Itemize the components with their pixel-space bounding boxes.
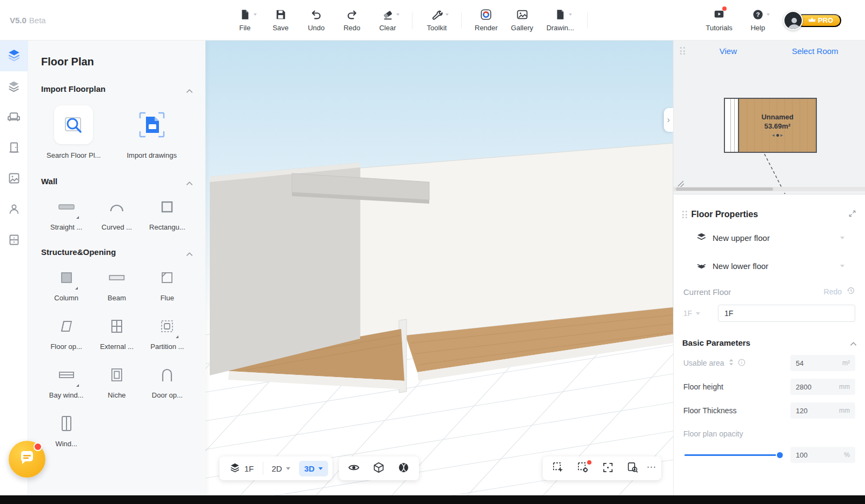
section-header-structure[interactable]: Structure&Opening bbox=[41, 247, 192, 257]
material-sphere-button[interactable] bbox=[393, 459, 415, 478]
3d-viewport[interactable]: › 1F 2D 3D ⋯ bbox=[205, 41, 673, 504]
page-title: Floor Plan bbox=[41, 56, 192, 68]
fullscreen-button[interactable] bbox=[597, 459, 618, 478]
module-rail bbox=[0, 41, 28, 504]
rail-item-levels[interactable] bbox=[0, 71, 28, 102]
new-upper-floor-button[interactable]: New upper floor bbox=[682, 228, 856, 247]
door-icon bbox=[8, 141, 21, 156]
opacity-slider-thumb[interactable] bbox=[777, 452, 783, 458]
support-chat-button[interactable] bbox=[9, 441, 45, 478]
redo-icon bbox=[345, 9, 358, 22]
selection-settings-button[interactable] bbox=[572, 459, 594, 478]
rail-item-profile[interactable] bbox=[0, 194, 28, 225]
rail-item-decor[interactable] bbox=[0, 164, 28, 194]
mode-3d-button[interactable]: 3D bbox=[299, 461, 328, 476]
sort-updown-icon[interactable] bbox=[728, 359, 734, 367]
sofa-icon bbox=[7, 110, 21, 125]
zoom-to-page-button[interactable] bbox=[622, 459, 643, 478]
structure-bay-window-item[interactable]: Bay wind... bbox=[41, 365, 91, 399]
section-header-wall[interactable]: Wall bbox=[41, 177, 192, 186]
door-opening-icon bbox=[161, 365, 174, 385]
structure-flue-item[interactable]: Flue bbox=[142, 267, 192, 302]
chat-bubble-icon bbox=[18, 449, 36, 469]
info-icon[interactable] bbox=[738, 359, 746, 368]
floor-height-field: mm bbox=[790, 379, 855, 395]
save-icon bbox=[275, 9, 287, 22]
opacity-slider[interactable] bbox=[684, 454, 782, 456]
file-button[interactable]: File bbox=[234, 9, 256, 32]
curved-wall-icon bbox=[109, 197, 124, 217]
rail-item-door[interactable] bbox=[0, 133, 28, 164]
structure-column-item[interactable]: Column bbox=[41, 267, 91, 302]
chevron-down-icon bbox=[254, 14, 257, 16]
structure-partition-item[interactable]: Partition ... bbox=[142, 316, 192, 351]
rail-item-storage[interactable] bbox=[0, 225, 28, 256]
section-header-import-floorplan[interactable]: Import Floorplan bbox=[41, 84, 192, 93]
search-floorplan-card[interactable]: Search Floor Pl... bbox=[46, 105, 101, 159]
notification-dot bbox=[34, 442, 42, 451]
submenu-corner-icon bbox=[76, 216, 79, 219]
drag-handle-icon[interactable] bbox=[682, 211, 687, 218]
rail-item-floorplan[interactable] bbox=[0, 41, 28, 71]
chevron-down-icon bbox=[286, 467, 290, 470]
wall-curved-item[interactable]: Curved ... bbox=[91, 197, 142, 231]
import-drawings-card[interactable]: Import drawings bbox=[127, 105, 176, 159]
floor-thickness-input[interactable] bbox=[796, 407, 836, 415]
wall-straight-item[interactable]: Straight ... bbox=[41, 197, 91, 231]
more-options-button[interactable]: ⋯ bbox=[647, 461, 657, 476]
rail-item-furniture[interactable] bbox=[0, 102, 28, 133]
clear-button[interactable]: Clear bbox=[376, 9, 399, 32]
avatar[interactable] bbox=[783, 11, 803, 30]
structure-door-opening-item[interactable]: Door op... bbox=[142, 365, 192, 399]
structure-beam-item[interactable]: Beam bbox=[91, 267, 142, 302]
expand-panel-button[interactable] bbox=[848, 210, 856, 219]
search-floorplan-icon bbox=[54, 105, 93, 144]
structure-window-item[interactable]: Wind... bbox=[41, 413, 91, 448]
floors-icon bbox=[229, 462, 241, 475]
floor-height-row: Floor height mm bbox=[682, 379, 856, 395]
opacity-input[interactable] bbox=[796, 451, 841, 459]
render-button[interactable]: Render bbox=[475, 9, 498, 32]
room-move-marker[interactable]: ◂▸ bbox=[772, 133, 783, 138]
app-version: V5.0Beta bbox=[10, 16, 46, 25]
redo-button[interactable]: Redo bbox=[341, 9, 363, 32]
panel-collapse-chevron[interactable]: › bbox=[664, 108, 673, 132]
save-button[interactable]: Save bbox=[269, 9, 292, 32]
wall-rectangular-item[interactable]: Rectangu... bbox=[142, 197, 192, 231]
floorplan-thumbnail[interactable]: Unnamed 53.69m² ◂▸ bbox=[724, 98, 817, 153]
redo-link[interactable]: Redo bbox=[824, 287, 842, 296]
pro-badge[interactable]: PRO bbox=[796, 14, 841, 27]
structure-floor-opening-item[interactable]: Floor op... bbox=[41, 316, 91, 351]
tutorials-button[interactable]: Tutorials bbox=[706, 9, 732, 32]
floor-height-input[interactable] bbox=[796, 383, 836, 391]
gallery-button[interactable]: Gallery bbox=[511, 9, 534, 32]
drawings-button[interactable]: Drawin... bbox=[547, 9, 574, 32]
visibility-button[interactable] bbox=[343, 459, 365, 478]
drawing-document-icon bbox=[554, 9, 566, 22]
floor-opening-icon bbox=[59, 316, 74, 337]
new-lower-floor-button[interactable]: New lower floor bbox=[682, 256, 856, 275]
back-wall bbox=[360, 143, 673, 341]
marquee-select-button[interactable] bbox=[547, 459, 569, 478]
toolbar-divider bbox=[412, 12, 412, 29]
usable-area-input[interactable] bbox=[796, 359, 839, 367]
chevron-down-icon bbox=[696, 312, 700, 315]
structure-niche-item[interactable]: Niche bbox=[91, 365, 142, 399]
picture-icon bbox=[8, 172, 21, 186]
plan-closet-area bbox=[725, 99, 739, 152]
cube-view-button[interactable] bbox=[368, 459, 390, 478]
floor-select-dropdown[interactable]: 1F bbox=[683, 309, 709, 318]
chevron-down-icon bbox=[445, 14, 449, 16]
help-button[interactable]: ? Help bbox=[747, 9, 769, 32]
toolkit-button[interactable]: Toolkit bbox=[425, 9, 448, 32]
tab-view[interactable]: View bbox=[685, 46, 772, 56]
undo-button[interactable]: Undo bbox=[305, 9, 328, 32]
structure-external-window-item[interactable]: External ... bbox=[91, 316, 142, 351]
tab-select-room[interactable]: Select Room bbox=[771, 46, 859, 56]
drag-handle-icon[interactable] bbox=[680, 47, 685, 55]
scrollbar-thumb[interactable] bbox=[676, 187, 773, 191]
floor-name-input[interactable] bbox=[718, 305, 855, 322]
basic-parameters-header[interactable]: Basic Parameters bbox=[682, 338, 856, 347]
floor-switcher-button[interactable]: 1F bbox=[224, 459, 260, 478]
mode-2d-button[interactable]: 2D bbox=[267, 461, 296, 476]
